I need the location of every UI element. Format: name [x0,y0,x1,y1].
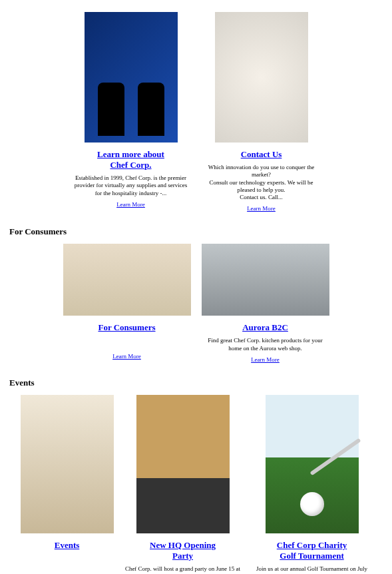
learn-more-link[interactable]: Learn More [112,353,141,360]
card-aurora-b2c: Aurora B2C Find great Chef Corp. kitchen… [202,244,329,363]
card-learn-more: Learn more about Chef Corp. Established … [71,12,191,212]
card-title: New HQ Opening Party [150,540,216,561]
card-golf-tournament: Chef Corp Charity Golf Tournament Join u… [252,395,372,574]
title-line1: Contact Us [241,149,282,159]
card-desc: Join us at our annual Golf Tournament on… [252,565,372,574]
card-title-link[interactable]: For Consumers [98,322,155,332]
card-desc: Chef Corp. will host a grand party on Ju… [123,565,243,574]
image-consumers [63,244,191,316]
card-title: Learn more about Chef Corp. [97,149,164,170]
title-line2: Party [172,551,193,561]
card-for-consumers: For Consumers Learn More [63,244,191,363]
image-mixer [202,244,329,316]
learn-more-link[interactable]: Learn More [116,201,145,208]
card-desc: Established in 1999, Chef Corp. is the p… [71,174,191,197]
title-line2: Chef Corp. [110,160,151,170]
image-golf [266,395,359,533]
image-handshake [85,12,178,143]
card-title: Events [55,540,80,551]
card-title-link[interactable]: Events [55,540,80,550]
image-hands [215,12,308,143]
section-heading-consumers: For Consumers [9,226,392,237]
card-title-link[interactable]: New HQ Opening Party [150,540,216,561]
learn-more-link[interactable]: Learn More [251,356,280,363]
card-new-hq-party: New HQ Opening Party Chef Corp. will hos… [123,395,243,574]
card-events: Events Find All Our Events [21,395,114,574]
card-desc: Which innovation do you use to conquer t… [202,164,321,201]
card-title-link[interactable]: Learn more about Chef Corp. [97,149,164,170]
image-events-people [21,395,114,533]
card-title: Contact Us [241,149,282,160]
card-title-link[interactable]: Aurora B2C [242,322,288,332]
card-title: For Consumers [98,322,155,333]
card-desc: Find great Chef Corp. kitchen products f… [206,337,325,352]
card-title: Chef Corp Charity Golf Tournament [277,540,347,561]
section-heading-events: Events [9,378,392,388]
title-line1: Events [55,540,80,550]
title-line1: Learn more about [97,149,164,159]
title-line1: New HQ Opening [150,540,216,550]
title-line2: Golf Tournament [280,551,343,561]
card-contact-us: Contact Us Which innovation do you use t… [202,12,321,212]
card-title-link[interactable]: Contact Us [241,149,282,159]
learn-more-link[interactable]: Learn More [247,205,276,212]
card-title: Aurora B2C [242,322,288,333]
card-title-link[interactable]: Chef Corp Charity Golf Tournament [277,540,347,561]
title-line1: Chef Corp Charity [277,540,347,550]
image-building [136,395,230,533]
